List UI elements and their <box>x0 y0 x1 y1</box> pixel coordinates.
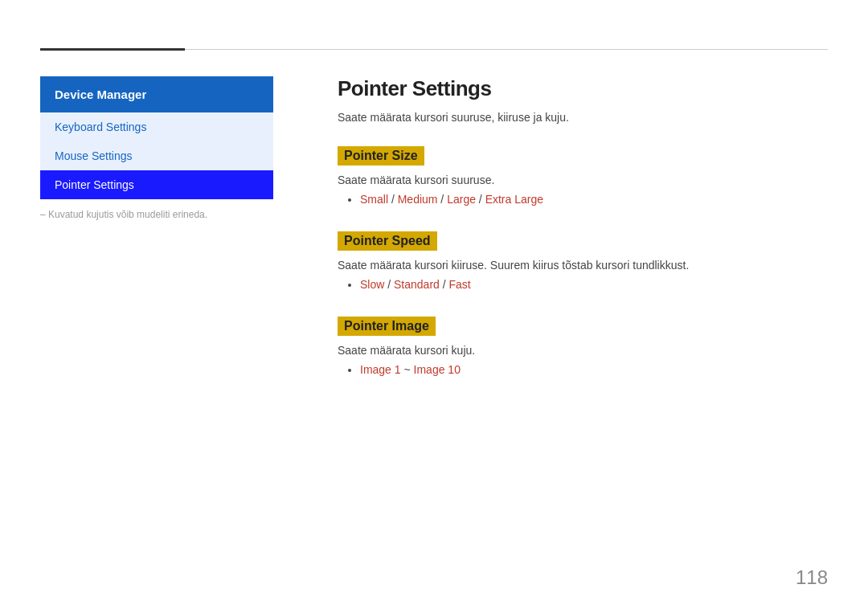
section-heading-pointer-size: Pointer Size <box>338 146 424 166</box>
pointer-speed-slow[interactable]: Slow <box>360 278 384 291</box>
pointer-image-10[interactable]: Image 10 <box>414 363 461 376</box>
sidebar-title: Device Manager <box>40 76 273 112</box>
pointer-size-large[interactable]: Large <box>447 193 476 206</box>
pointer-size-list: Small / Medium / Large / Extra Large <box>338 193 828 206</box>
pointer-speed-options: Slow / Standard / Fast <box>360 278 828 291</box>
section-desc-pointer-size: Saate määrata kursori suuruse. <box>338 174 828 186</box>
pointer-speed-fast[interactable]: Fast <box>449 278 471 291</box>
sidebar-item-keyboard[interactable]: Keyboard Settings <box>40 112 273 141</box>
section-heading-pointer-speed: Pointer Speed <box>338 231 437 251</box>
section-desc-pointer-speed: Saate määrata kursori kiiruse. Suurem ki… <box>338 259 828 272</box>
top-decorative-lines <box>40 48 828 51</box>
pointer-size-small[interactable]: Small <box>360 193 388 206</box>
pointer-image-1[interactable]: Image 1 <box>360 363 401 376</box>
sidebar: Device Manager Keyboard Settings Mouse S… <box>40 76 273 199</box>
sidebar-note: – Kuvatud kujutis võib mudeliti erineda. <box>40 209 207 220</box>
section-pointer-image: Pointer Image Saate määrata kursori kuju… <box>338 313 828 376</box>
section-pointer-size: Pointer Size Saate määrata kursori suuru… <box>338 143 828 206</box>
section-desc-pointer-image: Saate määrata kursori kuju. <box>338 344 828 357</box>
main-content: Pointer Settings Saate määrata kursori s… <box>338 76 828 398</box>
sidebar-item-mouse[interactable]: Mouse Settings <box>40 141 273 170</box>
page-number: 118 <box>796 566 828 589</box>
section-heading-pointer-image: Pointer Image <box>338 317 436 336</box>
page-title: Pointer Settings <box>338 76 828 101</box>
section-pointer-speed: Pointer Speed Saate määrata kursori kiir… <box>338 228 828 291</box>
pointer-size-medium[interactable]: Medium <box>398 193 438 206</box>
pointer-image-options: Image 1 ~ Image 10 <box>360 363 828 376</box>
pointer-size-options: Small / Medium / Large / Extra Large <box>360 193 828 206</box>
pointer-size-extra-large[interactable]: Extra Large <box>485 193 543 206</box>
sidebar-item-pointer[interactable]: Pointer Settings <box>40 170 273 199</box>
pointer-speed-list: Slow / Standard / Fast <box>338 278 828 291</box>
pointer-image-list: Image 1 ~ Image 10 <box>338 363 828 376</box>
pointer-speed-standard[interactable]: Standard <box>394 278 440 291</box>
page-subtitle: Saate määrata kursori suuruse, kiiruse j… <box>338 111 828 124</box>
